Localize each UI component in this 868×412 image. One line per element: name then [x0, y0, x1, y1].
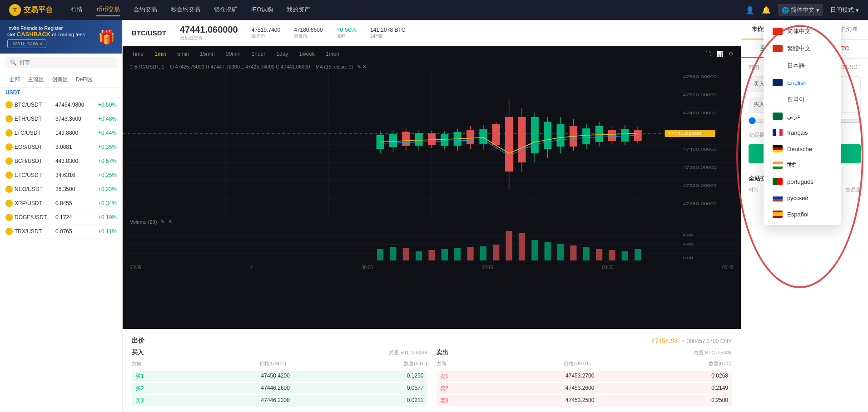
- coin-row[interactable]: ETC/USDT 34.6316 +0.25%: [0, 168, 122, 182]
- coin-name: ETC/USDT: [15, 172, 55, 178]
- lang-item-pt[interactable]: português: [764, 173, 841, 190]
- coin-row[interactable]: XRP/USDT 0.8455 +0.34%: [0, 196, 122, 211]
- ticker-change-val: +0.50%: [337, 26, 357, 33]
- svg-text:47400.00000: 47400.00000: [683, 147, 716, 152]
- coin-row[interactable]: EOS/USDT 3.0881 +0.35%: [0, 140, 122, 154]
- ob-sell-row[interactable]: 卖347453.25000.2500: [436, 395, 732, 407]
- lang-item-en[interactable]: English: [764, 74, 841, 91]
- settings-icon[interactable]: ⚙: [729, 51, 734, 57]
- ob-buy-header: 方向 价格(USDT) 数量(BTC): [132, 358, 427, 369]
- chart-ma-edit-icon[interactable]: ✎: [357, 64, 361, 69]
- svg-rect-74: [428, 250, 435, 260]
- chart-info: □ BTC/USDT, 1 O 47425.75000 H 47447.7200…: [123, 62, 741, 72]
- chart-time-5min[interactable]: 5min: [175, 50, 191, 58]
- lang-item-hi[interactable]: हिंदी: [764, 157, 841, 173]
- tab-mainstream[interactable]: 主流区: [24, 75, 48, 84]
- market-tabs: 全部 主流区 创新区 DeFi区: [0, 72, 122, 88]
- fullscreen-icon[interactable]: ⛶: [705, 51, 711, 57]
- ob-sell-price: 47453.2700: [565, 373, 594, 380]
- ob-buy-row[interactable]: 买247446.26000.0577: [132, 383, 427, 394]
- chart-time-1mon[interactable]: 1mon: [324, 50, 341, 58]
- svg-rect-65: [492, 124, 500, 145]
- nav-ieo[interactable]: IEO认购: [251, 4, 273, 16]
- chart-time-15min[interactable]: 15min: [198, 50, 217, 58]
- nav-market[interactable]: 行情: [71, 4, 83, 16]
- ob-sell-qty: 0.2500: [711, 397, 728, 405]
- invite-now-button[interactable]: INVITE NOW »: [7, 39, 46, 48]
- ob-sell-qty: 0.0268: [711, 373, 728, 380]
- logo[interactable]: T 交易平台: [9, 4, 53, 16]
- lang-item-ko[interactable]: 한국어: [764, 91, 841, 108]
- trade-amount-label: 交易额: [749, 132, 765, 138]
- volume-chart[interactable]: 8.00 4.00 0.00: [123, 226, 741, 263]
- tab-all[interactable]: 全部: [5, 75, 24, 84]
- ob-buy-row[interactable]: 买147450.42000.1250: [132, 371, 427, 382]
- chart-time-1min[interactable]: 1min: [153, 50, 168, 58]
- chart-time-1hour[interactable]: 1hour: [250, 50, 268, 58]
- nav-assets[interactable]: 我的资产: [287, 4, 310, 16]
- coin-row[interactable]: ETH/USDT 3743.3600 +0.48%: [0, 112, 122, 126]
- coin-change: +0.23%: [92, 186, 117, 192]
- ticker-pair: BTC/USDT: [132, 29, 166, 37]
- ob-cny-approx: ≈ 308457.3700 CNY: [682, 338, 732, 344]
- candlestick-chart[interactable]: 47560.00000 47520.00000 47480.00000 4744…: [123, 72, 741, 217]
- lang-item-es[interactable]: Español: [764, 206, 841, 222]
- indicator-icon[interactable]: 📊: [716, 51, 723, 57]
- ticker-high-val: 47519.7400: [252, 27, 280, 33]
- coin-row[interactable]: NEO/USDT 26.3500 +0.23%: [0, 182, 122, 196]
- ob-sell-qty: 0.2149: [711, 385, 728, 392]
- svg-rect-70: [377, 249, 383, 260]
- coin-row[interactable]: BTC/USDT 47454.9800 +0.50%: [0, 98, 122, 112]
- lang-name-ru: русский: [787, 195, 808, 201]
- vol-edit-icon[interactable]: ✎: [160, 219, 164, 225]
- tab-innovation[interactable]: 创新区: [48, 75, 72, 84]
- notification-icon[interactable]: 🔔: [762, 6, 771, 15]
- coin-row[interactable]: TRX/USDT 0.0765 +0.11%: [0, 225, 122, 239]
- tab-defi[interactable]: DeFi区: [72, 75, 96, 84]
- nav-spot[interactable]: 币币交易: [96, 4, 120, 16]
- lang-item-fr[interactable]: français: [764, 124, 841, 141]
- ticker-last-label: 最后成交价: [180, 35, 238, 41]
- chart-time-1week[interactable]: 1week: [297, 50, 317, 58]
- search-input[interactable]: [20, 59, 112, 66]
- nav-mining[interactable]: 锁仓挖矿: [214, 4, 238, 16]
- nav-right: 👤 🔔 🌐 简体中文 ▾ 日间模式 ▾: [745, 4, 859, 16]
- lang-flag-icon: 🌐: [782, 7, 789, 14]
- chart-time-30min[interactable]: 30min: [224, 50, 243, 58]
- invite-text: Invite Friends to Register Get CASHBACK …: [7, 25, 94, 48]
- lang-selector[interactable]: 🌐 简体中文 ▾: [778, 4, 823, 16]
- coin-change: +0.11%: [92, 228, 117, 235]
- market-sub-tab[interactable]: USDT: [0, 88, 122, 98]
- coin-change: +0.35%: [92, 144, 117, 150]
- coin-row[interactable]: BCH/USDT 443.8300 +0.57%: [0, 154, 122, 168]
- lang-item-ru[interactable]: русский: [764, 190, 841, 206]
- lang-item-zh-tw[interactable]: 繁體中文: [764, 40, 841, 57]
- ob-sell-header: 方向 价格(USDT) 数量(BTC): [436, 358, 732, 369]
- theme-selector[interactable]: 日间模式 ▾: [830, 6, 859, 14]
- theme-chevron-icon: ▾: [856, 7, 859, 14]
- lang-name-hi: हिंदी: [787, 162, 796, 169]
- coin-change: +0.19%: [92, 214, 117, 221]
- chart-time-1day[interactable]: 1day: [274, 50, 290, 58]
- svg-rect-76: [454, 248, 461, 260]
- ob-header: 出价 47454.98 ≈ 308457.3700 CNY: [132, 337, 732, 345]
- ob-sell-row[interactable]: 卖147453.27000.0268: [436, 371, 732, 382]
- lang-item-de[interactable]: Deutsche: [764, 141, 841, 157]
- nav-futures[interactable]: 合约交易: [134, 4, 157, 16]
- nav-perp[interactable]: 秒合约交易: [171, 4, 200, 16]
- ob-sell-row[interactable]: 卖247453.26000.2149: [436, 383, 732, 394]
- user-icon[interactable]: 👤: [745, 6, 754, 15]
- lang-item-ar[interactable]: عربي: [764, 108, 841, 124]
- chart-ma-close-icon[interactable]: ✕: [362, 64, 367, 69]
- lang-item-zh-cn[interactable]: 简体中文: [764, 23, 841, 40]
- chart-area: Time 1min 5min 15min 30min 1hour 1day 1w…: [123, 46, 741, 329]
- lang-item-ja[interactable]: 日本語: [764, 57, 841, 74]
- chart-time-time[interactable]: Time: [130, 50, 145, 58]
- ob-buy-row[interactable]: 买347446.23000.0211: [132, 395, 427, 407]
- svg-text:47320.00000: 47320.00000: [683, 183, 716, 188]
- coin-row[interactable]: DOGE/USDT 0.1724 +0.19%: [0, 211, 122, 225]
- coin-name: XRP/USDT: [15, 200, 55, 206]
- vol-close-icon[interactable]: ✕: [168, 219, 172, 225]
- flag-ko: [773, 96, 783, 103]
- coin-row[interactable]: LTC/USDT 149.8800 +0.44%: [0, 126, 122, 140]
